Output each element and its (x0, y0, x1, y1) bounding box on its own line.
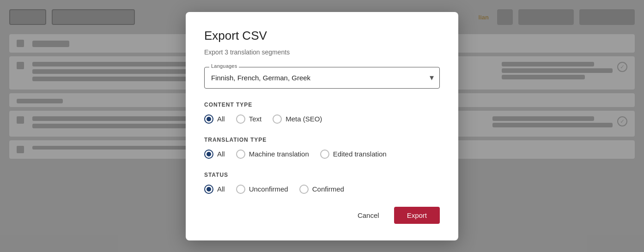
content-type-all-radio[interactable] (204, 114, 213, 124)
translation-type-all-radio[interactable] (204, 150, 213, 159)
content-type-text[interactable]: Text (236, 114, 262, 124)
status-section: STATUS All Unconfirmed Confirmed (204, 172, 440, 194)
modal-footer: Cancel Export (204, 207, 440, 224)
modal-overlay: Export CSV Export 3 translation segments… (0, 0, 644, 252)
content-type-all-label: All (217, 115, 225, 123)
status-unconfirmed[interactable]: Unconfirmed (236, 185, 288, 194)
languages-select[interactable]: Finnish, French, German, Greek (205, 67, 439, 88)
radio-dot (207, 117, 211, 121)
cancel-button[interactable]: Cancel (350, 207, 387, 224)
languages-field[interactable]: Languages Finnish, French, German, Greek… (204, 67, 440, 89)
status-unconfirmed-label: Unconfirmed (249, 185, 288, 193)
translation-type-edited-radio[interactable] (320, 150, 329, 159)
translation-type-radio-group: All Machine translation Edited translati… (204, 150, 440, 159)
status-confirmed-radio[interactable] (299, 185, 309, 194)
translation-type-edited[interactable]: Edited translation (320, 150, 387, 159)
translation-type-label: TRANSLATION TYPE (204, 137, 440, 143)
export-csv-modal: Export CSV Export 3 translation segments… (186, 12, 458, 240)
content-type-all[interactable]: All (204, 114, 225, 124)
translation-type-machine[interactable]: Machine translation (236, 150, 309, 159)
modal-subtitle: Export 3 translation segments (204, 48, 440, 56)
status-label: STATUS (204, 172, 440, 178)
status-unconfirmed-radio[interactable] (236, 185, 245, 194)
translation-type-all-label: All (217, 150, 225, 158)
content-type-text-label: Text (249, 115, 262, 123)
status-all[interactable]: All (204, 185, 225, 194)
translation-type-section: TRANSLATION TYPE All Machine translation… (204, 137, 440, 159)
content-type-label: CONTENT TYPE (204, 102, 440, 108)
translation-type-all[interactable]: All (204, 150, 225, 159)
radio-dot-3 (207, 187, 211, 192)
export-button[interactable]: Export (394, 207, 440, 224)
languages-label: Languages (209, 63, 239, 69)
content-type-section: CONTENT TYPE All Text Meta (SEO) (204, 102, 440, 124)
status-all-label: All (217, 185, 225, 193)
content-type-meta[interactable]: Meta (SEO) (273, 114, 322, 124)
status-radio-group: All Unconfirmed Confirmed (204, 185, 440, 194)
radio-dot-2 (207, 152, 211, 156)
translation-type-machine-label: Machine translation (249, 150, 309, 158)
content-type-radio-group: All Text Meta (SEO) (204, 114, 440, 124)
status-confirmed-label: Confirmed (312, 185, 344, 193)
status-all-radio[interactable] (204, 185, 213, 194)
translation-type-edited-label: Edited translation (333, 150, 387, 158)
modal-title: Export CSV (204, 29, 440, 43)
content-type-meta-label: Meta (SEO) (286, 115, 322, 123)
status-confirmed[interactable]: Confirmed (299, 185, 344, 194)
translation-type-machine-radio[interactable] (236, 150, 245, 159)
content-type-text-radio[interactable] (236, 114, 245, 124)
content-type-meta-radio[interactable] (273, 114, 282, 124)
